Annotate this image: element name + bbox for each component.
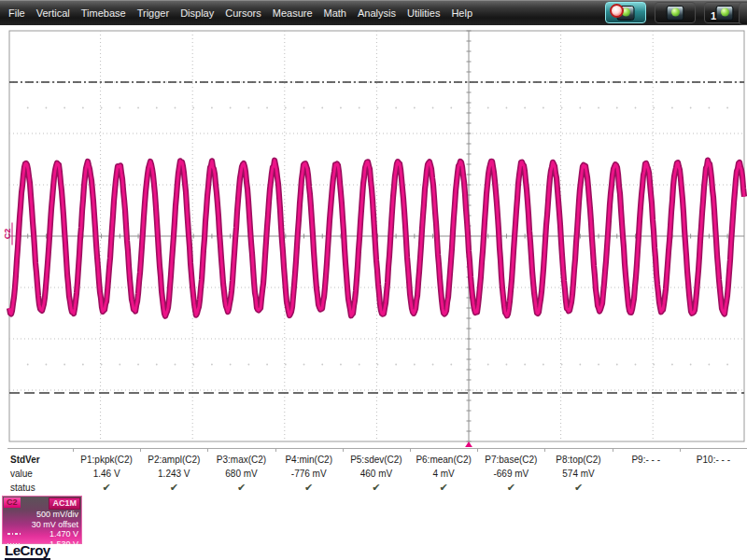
parameter-status: ✔ [207,481,275,495]
grid-subdivision-dot [506,364,508,366]
grid-subdivision-dot [321,107,323,109]
parameter-status: ✔ [477,481,544,495]
grid-subdivision-dot [395,107,397,109]
parameter-value: 1.46 V [73,467,140,481]
grid-subdivision-dot [579,364,581,366]
grid-subdivision-dot [156,107,158,109]
channel-descriptor-c2[interactable]: C2 AC1M 500 mV/div 30 mV offset 1.470 V … [2,496,82,544]
channel-upper-level-row: 1.470 V [6,529,78,539]
parameter-label[interactable]: P7:base(C2) [477,453,544,467]
grid-subdivision-dot [653,107,655,109]
grid-subdivision-dot [175,107,176,109]
measurement-mode-label: StdVer [10,453,73,467]
lecroy-logo: LeCroy [5,543,50,560]
column-tick [275,448,276,452]
channel-position-marker[interactable]: C2 [3,223,13,245]
grid-subdivision-dot [726,107,728,109]
grid-subdivision-dot [321,364,323,366]
grid-subdivision-dot [340,107,342,109]
grid-subdivision-dot [579,107,581,109]
parameter-label[interactable]: P9:- - - [613,453,680,467]
measurement-column-p5: P5:sdev(C2)460 mV✔ [343,453,410,495]
grid-subdivision-dot [469,107,471,109]
grid-subdivision-dot [414,364,416,366]
grid-subdivision-dot [708,364,710,366]
grid-subdivision-dot [616,364,618,366]
parameter-label[interactable]: P4:min(C2) [275,453,343,467]
grid-subdivision-dot [82,107,84,109]
column-tick [73,448,74,452]
grid-subdivision-dot [211,107,213,109]
parameter-label[interactable]: P8:top(C2) [544,453,612,467]
grid-subdivision-dot [450,107,452,109]
parameter-status: ✔ [544,481,612,495]
measurement-row-headers: StdVer value status [0,453,73,495]
measurement-table: StdVer value status P1:pkpk(C2)1.46 V✔P2… [0,453,747,495]
column-tick [544,448,545,452]
measurement-column-p4: P4:min(C2)-776 mV✔ [275,453,343,495]
grid-subdivision-dot [63,107,65,109]
grid-subdivision-dot [377,107,379,109]
parameter-status: ✔ [410,481,477,495]
grid-subdivision-dot [247,364,249,366]
grid-subdivision-dot [340,364,342,366]
grid-subdivision-dot [156,364,158,366]
parameter-label[interactable]: P6:mean(C2) [410,453,477,467]
parameter-value: 1.243 V [140,467,207,481]
grid-subdivision-dot [469,364,471,366]
parameter-label[interactable]: P5:sdev(C2) [343,453,410,467]
grid-subdivision-dot [46,364,48,366]
channel-name-chip[interactable]: C2 [4,497,21,508]
grid-subdivision-dot [726,364,728,366]
status-row-label: status [10,481,73,495]
channel-offset: 30 mV offset [6,520,78,530]
grid-subdivision-dot [561,364,563,366]
channel-coupling-chip[interactable]: AC1M [49,497,80,510]
measurement-panel: StdVer value status P1:pkpk(C2)1.46 V✔P2… [0,447,747,494]
parameter-label[interactable]: P1:pkpk(C2) [73,453,140,467]
grid-subdivision-dot [137,364,139,366]
grid-subdivision-dot [46,107,48,109]
grid-subdivision-dot [266,364,268,366]
parameter-value: 574 mV [544,467,612,481]
parameter-label[interactable]: P10:- - - [680,453,747,467]
parameter-status: ✔ [343,481,410,495]
grid-subdivision-dot [635,364,637,366]
column-tick [343,448,344,452]
column-tick [680,448,681,452]
channel-lower-level: -1.530 V [47,539,78,550]
column-tick [613,448,613,452]
grid-subdivision-dot [119,107,120,109]
channel-scale: 500 mV/div [6,510,78,520]
parameter-label[interactable]: P3:max(C2) [207,453,275,467]
grid-subdivision-dot [266,107,268,109]
grid-subdivision-dot [377,364,379,366]
column-tick [410,448,411,452]
grid-subdivision-dot [506,107,508,109]
measurement-column-p3: P3:max(C2)680 mV✔ [207,453,275,495]
parameter-value: 680 mV [207,467,275,481]
measurement-column-p2: P2:ampl(C2)1.243 V✔ [140,453,207,495]
grid-subdivision-dot [359,364,360,366]
column-tick [207,448,208,452]
column-tick [477,448,478,452]
parameter-label[interactable]: P2:ampl(C2) [140,453,207,467]
grid-subdivision-dot [230,364,232,366]
grid-subdivision-dot [543,107,544,109]
measurement-column-p7: P7:base(C2)-669 mV✔ [477,453,544,495]
grid-subdivision-dot [450,364,452,366]
dashdot-level-icon [7,533,21,535]
measurement-column-p8: P8:top(C2)574 mV✔ [544,453,612,495]
grid-subdivision-dot [543,364,544,366]
grid-subdivision-dot [359,107,360,109]
measurement-column-p6: P6:mean(C2)4 mV✔ [410,453,477,495]
grid-subdivision-dot [285,364,287,366]
channel-upper-level: 1.470 V [49,529,78,539]
grid-subdivision-dot [598,364,599,366]
grid-subdivision-dot [230,107,232,109]
grid-subdivision-dot [432,107,434,109]
grid-subdivision-dot [561,107,563,109]
measurement-column-p10: P10:- - - [680,453,747,495]
grid-subdivision-dot [395,364,397,366]
parameter-value: -776 mV [275,467,343,481]
